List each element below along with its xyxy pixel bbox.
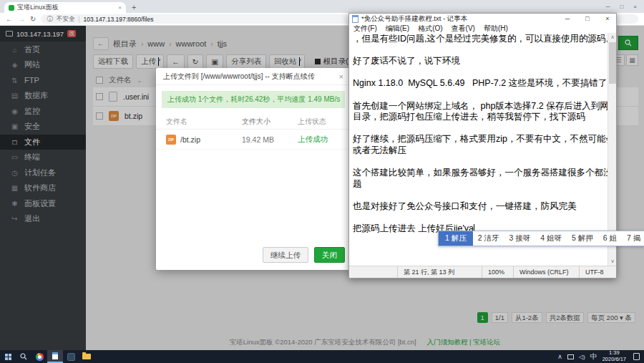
ime-mode-indicator[interactable]: 中 — [590, 352, 597, 362]
upload-table-header: 文件名 文件大小 上传状态 — [156, 114, 351, 130]
text-line: 也是对接好了免公众号接口和支付，一键搭建，防风完美 — [353, 201, 608, 213]
upload-status-link[interactable]: 上传成功 — [298, 135, 341, 145]
close-dialog-button[interactable]: 关闭 — [314, 247, 345, 263]
zoom-level: 100% — [482, 266, 513, 278]
uploaded-file-size: 19.42 MB — [242, 135, 298, 144]
tray-expand-icon[interactable]: ∧ — [557, 353, 562, 360]
clock-date: 2020/6/17 — [602, 357, 626, 363]
taskbar: ∧ ◁) 中 1:39 2020/6/17 — [0, 350, 644, 363]
notepad-title-bar[interactable]: *免公众号助手搭建教程.txt - 记事本 ─ □ × — [349, 14, 616, 24]
taskbar-clock[interactable]: 1:39 2020/6/17 — [602, 350, 626, 362]
text-line: 好了继续，把源码压缩下，格式要用zip，不要有中文，不然可能会乱码 — [353, 134, 608, 145]
text-line — [353, 157, 608, 168]
upload-table-row: ZIP /bt.zip 19.42 MB 上传成功 — [156, 130, 351, 150]
action-center-icon[interactable] — [633, 353, 640, 360]
tab-title: 宝塔Linux面板 — [17, 3, 115, 12]
text-line: 或者无法解压 — [353, 145, 608, 157]
scroll-up-icon[interactable]: ∧ — [608, 33, 617, 42]
url-text: 103.147.13.197:8860/files — [84, 16, 154, 23]
text-line — [353, 123, 608, 135]
ime-candidate[interactable]: 2 洁牙 — [473, 233, 504, 243]
browser-minimize-icon[interactable]: ─ — [606, 4, 610, 10]
browser-close-icon[interactable]: × — [633, 4, 637, 10]
text-line: 首先创建一个网站绑定上域名， php版本选择7.2 保存后进入到网站根 — [353, 101, 608, 112]
display-tray-icon[interactable] — [567, 354, 574, 359]
taskbar-notepad-button[interactable] — [47, 350, 63, 363]
column-upload-status: 上传状态 — [298, 117, 341, 127]
back-icon[interactable]: ← — [6, 15, 13, 23]
notepad-icon — [52, 352, 58, 359]
ime-candidate[interactable]: 5 解押 — [567, 233, 598, 243]
upload-success-banner: 上传成功 1个文件，耗时26.42秒，平均速度 1.49 MB/s — [162, 91, 345, 108]
encoding: UTF-8 — [579, 266, 616, 278]
search-icon — [20, 353, 27, 360]
new-tab-button[interactable]: + — [132, 3, 136, 11]
text-line — [353, 89, 608, 101]
text-line: 好了废话不说了，说下环境 — [353, 56, 608, 67]
upload-dialog-title: 上传文件到 [/www/wwwroot/tjjs] -- 支持断点续传 — [163, 68, 315, 84]
notepad-minimize-icon[interactable]: ─ — [559, 15, 576, 22]
notepad-status-bar: 第 21 行, 第 13 列 100% Windows (CRLF) UTF-8 — [349, 266, 616, 278]
ime-candidate[interactable]: 6 姐 — [598, 233, 622, 243]
menu-view[interactable]: 查看(V) — [447, 24, 479, 33]
text-line: 这个搭建比较简单，如果服务器够好，一个服务器搭建很多个都没有问 — [353, 168, 608, 179]
info-icon[interactable]: ⓘ — [47, 15, 53, 24]
browser-window-controls: ─ □ × — [606, 4, 644, 10]
desktop: 宝塔Linux面板 × + ─ □ × ← → ↻ ⓘ 不安全 | 103.14… — [0, 0, 644, 363]
column-file-name: 文件名 — [166, 117, 242, 127]
text-line: 目录，把源码打包压缩上传进去，稍等我暂停下，找下源码 — [353, 112, 608, 123]
dialog-footer: 继续上传 关闭 — [263, 247, 345, 263]
scroll-down-icon[interactable]: ∨ — [608, 257, 617, 266]
menu-edit[interactable]: 编辑(E) — [381, 24, 414, 33]
forward-icon[interactable]: → — [18, 15, 25, 23]
notepad-app-icon — [352, 15, 358, 23]
taskbar-chrome-button[interactable] — [31, 350, 47, 363]
windows-logo-icon — [5, 354, 11, 360]
uploaded-file-name: /bt.zip — [180, 135, 200, 144]
text-line — [353, 45, 608, 57]
start-button[interactable] — [0, 350, 16, 363]
browser-maximize-icon[interactable]: □ — [620, 4, 623, 10]
upload-dialog-title-bar: 上传文件到 [/www/wwwroot/tjjs] -- 支持断点续传 × — [156, 68, 351, 85]
menu-file[interactable]: 文件(F) — [349, 24, 381, 33]
ime-candidate[interactable]: 4 姐呀 — [535, 233, 567, 243]
tab-close-icon[interactable]: × — [118, 4, 122, 11]
menu-help[interactable]: 帮助(H) — [479, 24, 512, 33]
bt-favicon-icon — [9, 5, 14, 11]
text-line: ，但是有些ID问题,这个是经过完美修复的，可以直接使用的源码。 — [353, 34, 608, 45]
menu-format[interactable]: 格式(O) — [414, 24, 447, 33]
line-ending: Windows (CRLF) — [513, 266, 579, 278]
dialog-close-icon[interactable]: × — [339, 68, 343, 84]
notepad-close-icon[interactable]: × — [599, 15, 616, 22]
scrollbar-thumb[interactable] — [609, 42, 616, 84]
browser-tab[interactable]: 宝塔Linux面板 × — [4, 2, 126, 13]
ime-candidate-bar: 1 解压 2 洁牙 3 接呀 4 姐呀 5 解押 6 姐 7 揭 › ☺ — [438, 231, 644, 246]
app-icon — [67, 353, 75, 361]
ime-candidate-selected[interactable]: 1 解压 — [439, 231, 473, 246]
text-line — [353, 190, 608, 201]
notepad-menu-bar: 文件(F) 编辑(E) 格式(O) 查看(V) 帮助(H) — [349, 24, 616, 33]
taskbar-app-button[interactable] — [63, 350, 79, 363]
notepad-title: *免公众号助手搭建教程.txt - 记事本 — [361, 14, 556, 24]
folder-icon — [82, 354, 91, 359]
cursor-position: 第 21 行, 第 13 列 — [397, 266, 482, 278]
upload-dialog: 上传文件到 [/www/wwwroot/tjjs] -- 支持断点续传 × 上传… — [156, 68, 351, 270]
refresh-icon[interactable]: ↻ — [30, 15, 36, 23]
volume-icon[interactable]: ◁) — [579, 354, 585, 360]
chrome-icon — [36, 353, 44, 361]
continue-upload-button[interactable]: 继续上传 — [263, 247, 308, 263]
browser-tab-strip: 宝塔Linux面板 × + ─ □ × — [0, 0, 644, 13]
taskbar-explorer-button[interactable] — [79, 350, 94, 363]
text-line: 题 — [353, 179, 608, 190]
text-line — [353, 67, 608, 79]
text-line — [353, 213, 608, 224]
system-tray: ∧ ◁) 中 1:39 2020/6/17 — [557, 350, 644, 362]
ime-candidate[interactable]: 3 接呀 — [504, 233, 536, 243]
ime-candidate[interactable]: 7 揭 — [622, 233, 644, 243]
security-label: 不安全 — [57, 15, 75, 24]
column-file-size: 文件大小 — [242, 117, 298, 127]
zip-file-icon: ZIP — [166, 135, 176, 145]
taskbar-search-button[interactable] — [16, 350, 31, 363]
omnibox-divider: | — [78, 16, 79, 23]
notepad-maximize-icon[interactable]: □ — [579, 15, 596, 22]
